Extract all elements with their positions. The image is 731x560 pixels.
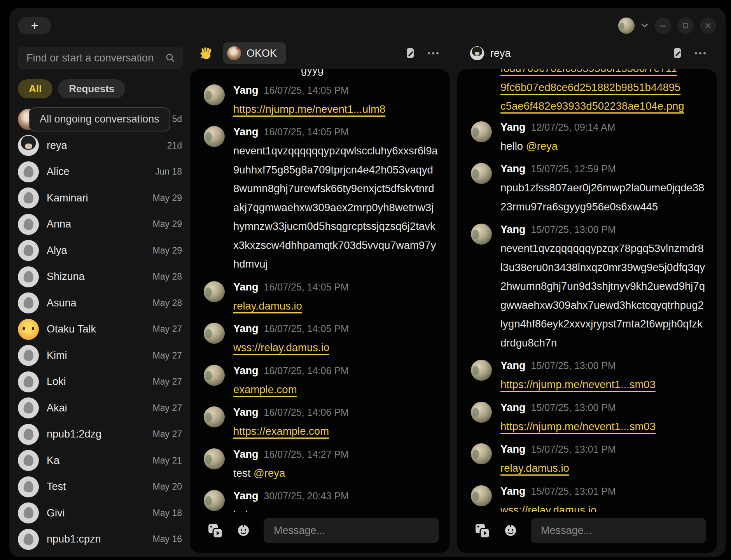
message-link[interactable]: https://njump.me/nevent1...sm03 xyxy=(500,420,656,432)
message-link[interactable]: https://njump.me/nevent1...sm03 xyxy=(500,378,656,390)
conversation-row[interactable]: KaMay 21 xyxy=(18,448,183,474)
minimize-button[interactable] xyxy=(655,18,671,34)
conversation-date: May 29 xyxy=(153,219,183,229)
conversation-name: npub1:2dzg xyxy=(47,428,101,440)
conversation-name: Anna xyxy=(47,218,71,230)
message-scroll-area[interactable]: gyyg Yang16/07/25, 14:05 PM https://njum… xyxy=(190,69,450,512)
conversation-row[interactable]: reya21d xyxy=(18,133,183,159)
conversation-date: May 29 xyxy=(153,245,183,256)
message-input[interactable] xyxy=(264,518,439,543)
clipped-link-lines[interactable]: f8dd769c762fc83395d6f13386/7e711 9fc6b07… xyxy=(500,69,705,116)
conversation-date: May 29 xyxy=(153,193,183,203)
tab-all[interactable]: All xyxy=(18,79,52,98)
conversation-row[interactable]: KimiMay 27 xyxy=(18,343,183,369)
message-text: nevent1qvzqqqqqqypzqx78pgq53vlnzmdr8l3u3… xyxy=(500,239,705,352)
avatar[interactable] xyxy=(471,224,492,245)
conversation-row[interactable]: AnnaMay 29 xyxy=(18,211,183,238)
compose-note-icon[interactable] xyxy=(405,47,416,60)
conversation-date: May 27 xyxy=(153,403,183,413)
message-author: Yang xyxy=(500,360,526,372)
avatar[interactable] xyxy=(204,281,225,302)
conversation-date: May 20 xyxy=(153,481,183,492)
message: Yang15/07/25, 13:00 PM https://njump.me/… xyxy=(471,402,705,436)
conversation-row[interactable]: npub1:cpznMay 16 xyxy=(18,526,183,553)
message-author: Yang xyxy=(233,323,259,335)
chat-header: reya xyxy=(457,42,717,65)
conversation-row[interactable]: npub1:2dzgMay 27 xyxy=(18,421,183,448)
message: Yang16/07/25, 14:05 PM wss://relay.damus… xyxy=(204,323,438,357)
conversation-name: Shizuna xyxy=(47,271,85,283)
search-bar[interactable] xyxy=(18,47,183,69)
message-link[interactable]: relay.damus.io xyxy=(500,462,569,474)
chat-avatar[interactable] xyxy=(470,46,484,60)
mention-link[interactable]: @reya xyxy=(254,467,285,479)
message-timestamp: 16/07/25, 14:06 PM xyxy=(264,365,349,376)
emoji-smiley-icon[interactable] xyxy=(503,523,518,538)
message-author: Yang xyxy=(500,163,526,175)
message-timestamp: 16/07/25, 14:05 PM xyxy=(264,85,349,96)
tab-requests[interactable]: Requests xyxy=(58,79,125,98)
message: Yang16/07/25, 14:05 PM relay.damus.io xyxy=(204,281,438,316)
conversation-row[interactable]: GiviMay 18 xyxy=(18,500,183,527)
avatar[interactable] xyxy=(204,448,225,469)
filter-tabs: All Requests xyxy=(18,79,183,98)
conversation-row[interactable]: AkaiMay 27 xyxy=(18,395,183,422)
mention-link[interactable]: @reya xyxy=(526,140,558,152)
media-gif-icon[interactable] xyxy=(207,522,223,539)
message-link[interactable]: https://njump.me/nevent1...ulm8 xyxy=(233,103,385,115)
close-button[interactable] xyxy=(700,18,716,34)
emoji-smiley-icon[interactable] xyxy=(236,523,251,538)
message-panel: f8dd769c762fc83395d6f13386/7e711 9fc6b07… xyxy=(457,69,717,553)
avatar[interactable] xyxy=(471,360,492,381)
overflow-menu-icon[interactable] xyxy=(427,51,440,55)
message-link[interactable]: wss://relay.damus.io xyxy=(500,504,596,512)
message: Yang15/07/25, 12:59 PM npub1zfss807aer0j… xyxy=(471,163,705,216)
message-link[interactable]: wss://relay.damus.io xyxy=(233,341,329,354)
conversation-row[interactable]: AlyaMay 29 xyxy=(18,238,183,264)
avatar[interactable] xyxy=(471,443,492,464)
avatar[interactable] xyxy=(471,121,492,142)
account-avatar[interactable] xyxy=(618,18,635,34)
conversation-list[interactable]: All ongoing conversations 5d reya21d Ali… xyxy=(18,106,183,553)
avatar[interactable] xyxy=(204,490,225,511)
conversation-row-hovered[interactable]: All ongoing conversations 5d xyxy=(18,106,183,133)
avatar[interactable] xyxy=(471,402,492,423)
message-timestamp: 16/07/25, 14:06 PM xyxy=(264,407,349,418)
avatar[interactable] xyxy=(471,485,492,506)
avatar[interactable] xyxy=(204,365,225,386)
conversation-row[interactable]: AsunaMay 28 xyxy=(18,290,183,317)
message-link[interactable]: https://example.com xyxy=(233,425,329,437)
maximize-button[interactable] xyxy=(677,18,694,34)
titlebar: + xyxy=(9,8,726,40)
message-input[interactable] xyxy=(531,518,706,543)
conversation-date: 5d xyxy=(172,114,183,124)
overflow-menu-icon[interactable] xyxy=(694,51,707,55)
chat-title-pill[interactable]: OKOK xyxy=(223,42,286,64)
conversation-row[interactable]: KaminariMay 29 xyxy=(18,185,183,212)
chevron-down-icon[interactable] xyxy=(641,23,649,29)
conversation-row[interactable]: AliceJun 18 xyxy=(18,159,183,185)
compose-note-icon[interactable] xyxy=(672,47,684,60)
message-link[interactable]: relay.damus.io xyxy=(233,300,302,312)
conversation-row[interactable]: LokiMay 27 xyxy=(18,369,183,395)
avatar[interactable] xyxy=(204,323,225,344)
avatar[interactable] xyxy=(204,84,225,105)
conversation-row[interactable]: Otaku TalkMay 27 xyxy=(18,316,183,343)
avatar[interactable] xyxy=(204,406,225,427)
avatar xyxy=(18,161,39,182)
avatar[interactable] xyxy=(471,163,492,184)
app-window: + xyxy=(9,8,726,557)
media-gif-icon[interactable] xyxy=(474,522,490,539)
conversation-row[interactable]: TestMay 20 xyxy=(18,474,183,500)
conversation-date: May 27 xyxy=(153,376,183,387)
new-chat-button[interactable]: + xyxy=(18,17,51,34)
conversation-date: May 27 xyxy=(153,350,183,361)
conversation-row[interactable]: ShizunaMay 28 xyxy=(18,264,183,290)
sidebar: All Requests All ongoing conversations 5… xyxy=(18,42,183,553)
search-input[interactable] xyxy=(26,52,165,65)
message-link[interactable]: example.com xyxy=(233,383,297,396)
message-scroll-area[interactable]: f8dd769c762fc83395d6f13386/7e711 9fc6b07… xyxy=(457,69,717,512)
avatar[interactable] xyxy=(204,126,225,147)
chat-title: OKOK xyxy=(247,47,277,60)
avatar xyxy=(18,371,39,392)
